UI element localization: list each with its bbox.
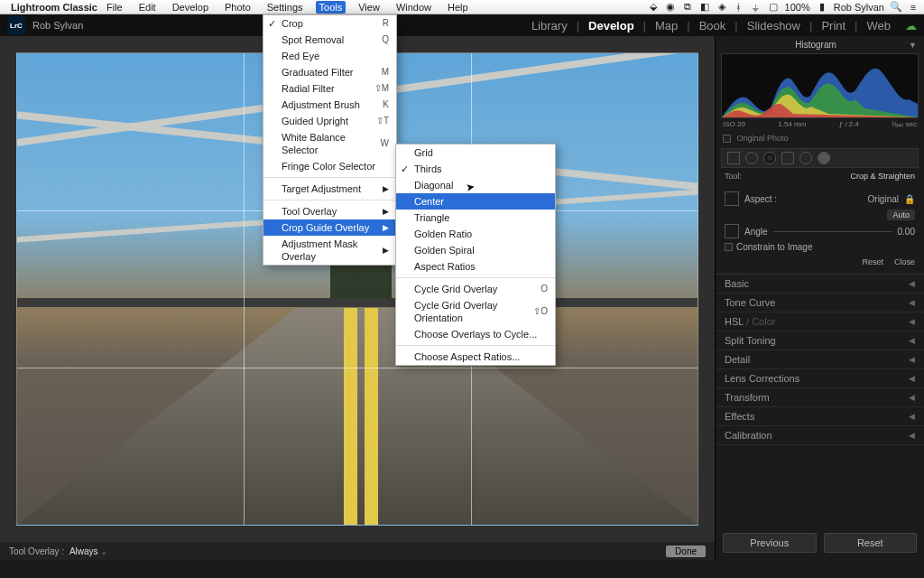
crop-guide-item[interactable]: Cycle Grid Overlay Orientation⇧O (396, 297, 555, 326)
tools-menu-item[interactable]: Adjustment Mask Overlay▶ (263, 236, 396, 265)
angle-icon[interactable] (725, 224, 739, 238)
panel-calibration[interactable]: Calibration◀ (716, 426, 924, 445)
battery-icon[interactable]: ▮ (817, 2, 827, 13)
crop-tool-icon[interactable] (727, 152, 740, 164)
aspect-lock-icon[interactable]: 🔒 (904, 194, 915, 204)
original-photo-checkbox[interactable] (723, 135, 731, 143)
crop-guide-item[interactable]: ✓Thirds (396, 161, 555, 177)
menubar-app-name[interactable]: Lightroom Classic (11, 2, 97, 13)
angle-value[interactable]: 0.00 (898, 227, 915, 237)
module-book[interactable]: Book (699, 19, 726, 33)
panel-effects[interactable]: Effects◀ (716, 407, 924, 426)
tools-menu-item[interactable]: Crop Guide Overlay▶ (263, 219, 396, 236)
tool-overlay-value[interactable]: Always (69, 546, 98, 556)
previous-button[interactable]: Previous (723, 533, 817, 553)
menubar-develop[interactable]: Develop (169, 1, 212, 14)
histogram-disclosure-icon[interactable]: ▼ (909, 41, 917, 50)
tools-menu-item[interactable]: Guided Upright⇧T (263, 113, 396, 129)
redeye-tool-icon[interactable] (763, 152, 776, 164)
menubar-tools[interactable]: Tools (316, 1, 346, 14)
notification-center-icon[interactable]: ≡ (908, 2, 919, 13)
module-web[interactable]: Web (867, 19, 892, 33)
tools-menu-item[interactable]: Fringe Color Selector (263, 158, 396, 174)
develop-toolstrip (721, 148, 919, 168)
crop-guide-item[interactable]: Golden Ratio (396, 226, 555, 242)
crop-guide-item[interactable]: Choose Overlays to Cycle... (396, 326, 555, 342)
tools-menu-item[interactable]: Adjustment BrushK (263, 97, 396, 113)
tool-label: Tool: (725, 172, 742, 181)
tool-overlay-label: Tool Overlay : (9, 546, 64, 556)
crop-guide-item[interactable]: Triangle (396, 210, 555, 226)
creative-cloud-icon[interactable]: ◉ (665, 2, 676, 13)
graduated-tool-icon[interactable] (781, 152, 794, 164)
histogram-chart[interactable] (721, 53, 919, 118)
aspect-icon[interactable] (725, 191, 739, 206)
menubar-window[interactable]: Window (393, 1, 435, 14)
module-map[interactable]: Map (655, 19, 678, 33)
menubar-edit[interactable]: Edit (135, 1, 160, 14)
tray-icon-3[interactable]: ◈ (716, 2, 727, 13)
tools-menu-item[interactable]: Spot RemovalQ (263, 32, 396, 48)
brush-tool-icon[interactable] (818, 152, 830, 164)
module-library[interactable]: Library (531, 19, 568, 33)
sync-cloud-icon[interactable]: ☁ (905, 19, 917, 33)
crop-guide-item[interactable]: Cycle Grid OverlayO (396, 281, 555, 297)
menubar-username[interactable]: Rob Sylvan (834, 2, 884, 13)
tools-menu-item[interactable]: Red Eye (263, 48, 396, 64)
menubar-photo[interactable]: Photo (221, 1, 254, 14)
crop-guide-item[interactable]: Golden Spiral (396, 242, 555, 258)
airplay-icon[interactable]: ▢ (768, 2, 779, 13)
panel-basic[interactable]: Basic◀ (716, 275, 924, 294)
crop-close-button[interactable]: Close (894, 257, 915, 266)
panel-tone-curve[interactable]: Tone Curve◀ (716, 294, 924, 312)
crop-guide-item[interactable]: Grid (396, 144, 555, 161)
tools-menu-item[interactable]: Graduated FilterM (263, 64, 396, 80)
wifi-icon[interactable]: ⏚ (751, 2, 762, 13)
menubar-view[interactable]: View (355, 1, 383, 14)
tools-menu-item[interactable]: Radial Filter⇧M (263, 80, 396, 97)
panel-transform[interactable]: Transform◀ (716, 388, 924, 407)
menubar-file[interactable]: File (103, 1, 126, 14)
menubar-settings[interactable]: Settings (263, 1, 307, 14)
angle-slider[interactable] (773, 231, 892, 232)
histogram-title[interactable]: Histogram (795, 40, 836, 50)
spot-tool-icon[interactable] (745, 152, 758, 164)
histogram-focal: 1.54 mm (778, 120, 806, 128)
panel-detail[interactable]: Detail◀ (716, 350, 924, 369)
tool-overlay-dropdown-icon[interactable]: ⌄ (100, 546, 107, 556)
battery-percent[interactable]: 100% (785, 2, 810, 13)
crop-guide-item[interactable]: Choose Aspect Ratios... (396, 349, 555, 365)
tools-menu-item[interactable]: White Balance SelectorW (263, 129, 396, 158)
tray-icon-1[interactable]: ⧉ (682, 2, 693, 13)
module-picker: Library| Develop| Map| Book| Slideshow| … (531, 19, 917, 33)
constrain-label: Constrain to Image (736, 242, 813, 252)
crop-guide-item[interactable]: Center (396, 193, 555, 210)
done-button[interactable]: Done (666, 545, 706, 557)
tools-menu-item[interactable]: Tool Overlay▶ (263, 203, 396, 219)
menubar-tray: ⬙ ◉ ⧉ ◧ ◈ ᚼ ⏚ ▢ 100% ▮ Rob Sylvan 🔍 ≡ (648, 2, 919, 13)
aspect-value[interactable]: Original (868, 194, 899, 204)
crop-guide-item[interactable]: Aspect Ratios (396, 258, 555, 275)
lrc-logo-icon: LrC (7, 16, 25, 34)
menubar-help[interactable]: Help (444, 1, 472, 14)
tools-menu-item[interactable]: Target Adjustment▶ (263, 181, 396, 197)
auto-straighten-button[interactable]: Auto (887, 210, 915, 220)
tray-icon-2[interactable]: ◧ (699, 2, 710, 13)
panel-hsl-color[interactable]: HSL / Color◀ (716, 312, 924, 331)
radial-tool-icon[interactable] (799, 152, 812, 164)
original-photo-label: Original Photo (737, 134, 789, 143)
panel-split-toning[interactable]: Split Toning◀ (716, 331, 924, 350)
reset-button[interactable]: Reset (824, 533, 918, 553)
spotlight-icon[interactable]: 🔍 (891, 2, 901, 13)
module-print[interactable]: Print (821, 19, 845, 33)
crop-guide-submenu: Grid✓ThirdsDiagonalCenterTriangleGolden … (395, 144, 556, 366)
constrain-checkbox[interactable] (725, 243, 733, 251)
dropbox-icon[interactable]: ⬙ (648, 2, 659, 13)
tools-menu-item[interactable]: ✓CropR (263, 15, 396, 32)
crop-reset-button[interactable]: Reset (862, 257, 883, 266)
bluetooth-icon[interactable]: ᚼ (734, 2, 744, 13)
module-develop[interactable]: Develop (588, 19, 634, 33)
panel-lens-corrections[interactable]: Lens Corrections◀ (716, 369, 924, 388)
histogram-aperture: ƒ / 2.4 (839, 120, 859, 128)
module-slideshow[interactable]: Slideshow (747, 19, 800, 33)
